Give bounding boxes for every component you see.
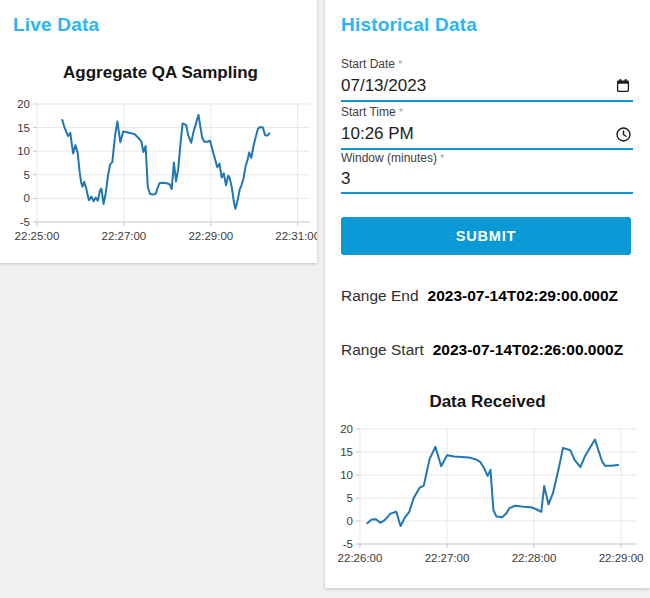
received-chart: 20151050-522:26:0022:27:0022:28:0022:29:… [325, 413, 650, 581]
range-end-value: 2023-07-14T02:29:00.000Z [428, 287, 618, 305]
live-data-panel: Live Data Aggregate QA Sampling 20151050… [0, 0, 317, 263]
svg-text:0: 0 [24, 192, 30, 204]
svg-text:20: 20 [340, 423, 353, 435]
window-minutes-label: Window (minutes)* [341, 151, 633, 166]
clock-icon [615, 126, 632, 143]
svg-text:-5: -5 [20, 216, 30, 228]
svg-text:22:26:00: 22:26:00 [338, 552, 383, 564]
live-chart: 20151050-522:25:0022:27:0022:29:0022:31:… [0, 90, 317, 255]
svg-text:22:31:00: 22:31:00 [275, 230, 317, 242]
live-chart-title: Aggregate QA Sampling [0, 63, 317, 83]
range-end-row: Range End 2023-07-14T02:29:00.000Z [341, 287, 618, 305]
required-asterisk: * [399, 106, 403, 118]
start-time-picker-button[interactable] [613, 124, 633, 144]
start-date-input[interactable] [341, 76, 613, 96]
svg-text:22:27:00: 22:27:00 [425, 552, 470, 564]
start-time-label: Start Time* [341, 105, 633, 120]
start-date-label: Start Date* [341, 57, 633, 72]
required-asterisk: * [440, 152, 444, 164]
window-minutes-input[interactable] [341, 169, 633, 189]
svg-text:22:25:00: 22:25:00 [15, 230, 60, 242]
start-time-field: Start Time* [341, 105, 633, 150]
required-asterisk: * [398, 58, 402, 70]
svg-text:22:27:00: 22:27:00 [102, 230, 147, 242]
submit-button[interactable]: SUBMIT [341, 217, 631, 255]
range-start-label: Range Start [341, 341, 424, 359]
svg-text:22:29:00: 22:29:00 [599, 552, 644, 564]
dashboard-page: Live Data Aggregate QA Sampling 20151050… [0, 0, 650, 598]
svg-text:10: 10 [340, 469, 353, 481]
historical-data-panel: Historical Data Start Date* Start Time* [325, 0, 650, 588]
svg-text:22:28:00: 22:28:00 [512, 552, 557, 564]
svg-text:5: 5 [347, 492, 353, 504]
start-date-picker-button[interactable] [613, 76, 633, 96]
start-date-field: Start Date* [341, 57, 633, 102]
svg-text:-5: -5 [343, 538, 353, 550]
start-time-input[interactable] [341, 124, 613, 144]
svg-text:5: 5 [24, 169, 30, 181]
svg-text:15: 15 [340, 446, 353, 458]
svg-text:15: 15 [17, 122, 30, 134]
live-panel-title: Live Data [13, 14, 99, 36]
range-end-label: Range End [341, 287, 419, 305]
svg-text:10: 10 [17, 145, 30, 157]
svg-text:0: 0 [347, 515, 353, 527]
svg-text:20: 20 [17, 98, 30, 110]
range-start-value: 2023-07-14T02:26:00.000Z [433, 341, 623, 359]
range-start-row: Range Start 2023-07-14T02:26:00.000Z [341, 341, 623, 359]
calendar-icon [615, 78, 631, 94]
svg-text:22:29:00: 22:29:00 [188, 230, 233, 242]
received-chart-title: Data Received [325, 392, 650, 412]
window-minutes-field: Window (minutes)* [341, 151, 633, 194]
historical-panel-title: Historical Data [341, 14, 477, 36]
